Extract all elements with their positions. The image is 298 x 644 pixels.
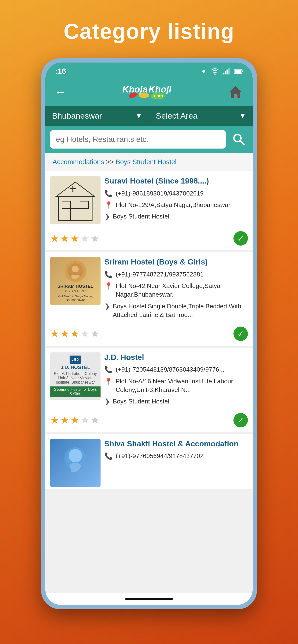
listing-card: SRIRAM HOSTEL BOYS & GIRLS Plot No- 42, … [45, 252, 253, 346]
status-bar: :16 [45, 62, 253, 79]
card-info: Shiva Shakti Hostel & Accomodation 📞 (+9… [104, 439, 248, 487]
phone-icon: 📞 [104, 366, 113, 374]
svg-rect-2 [223, 72, 224, 74]
star-5: ★ [90, 233, 100, 244]
logo-dot-yellow [139, 93, 149, 98]
logo-dot-red [128, 91, 138, 99]
phone-number: (+91)-9777487271/9937562881 [116, 270, 204, 279]
shiva-icon [54, 444, 97, 482]
svg-rect-8 [235, 70, 241, 73]
phone-number: (+91)-9776056944/9178437702 [116, 452, 204, 460]
address-text: Plot No-129/A,Satya Nagar,Bhubaneswar. [116, 200, 232, 209]
page-title: Category listing [64, 19, 234, 44]
search-input-wrap [50, 130, 226, 148]
star-3: ★ [70, 233, 79, 244]
hostel-illustration [51, 177, 99, 223]
listing-name[interactable]: Sriram Hostel (Boys & Girls) [104, 257, 248, 267]
phone-icon: 📞 [104, 270, 113, 278]
breadcrumb-parent[interactable]: Accommodations [53, 158, 104, 166]
city-label: Bhubaneswar [52, 111, 102, 120]
card-bottom: ★ ★ ★ ★ ★ ✓ [45, 229, 253, 250]
logo-dots: .com [129, 93, 165, 100]
star-1: ★ [50, 414, 59, 426]
city-selector[interactable]: Bhubaneswar ▼ [45, 106, 149, 126]
listing-container: Suravi Hostel (Since 1998....) 📞 (+91)-9… [45, 171, 253, 593]
city-dropdown-arrow: ▼ [135, 112, 142, 120]
listing-address: 📍 Plot No-A/16,Near Vidwan Institute,Lab… [104, 377, 248, 394]
listing-card: Suravi Hostel (Since 1998....) 📞 (+91)-9… [45, 171, 253, 250]
star-5: ★ [90, 328, 100, 340]
listing-card: JD J.D. HOSTEL Plot-A/16, Labour Colony … [45, 348, 253, 432]
phone-number: (+91)-7205448139/8763043409/9776... [116, 365, 224, 374]
signal-icon [223, 68, 230, 75]
card-image [50, 439, 100, 487]
home-button[interactable] [227, 84, 244, 100]
address-text: Plot No-A/16,Near Vidwan Institute,Labou… [116, 377, 248, 394]
category-text: Boys Student Hostel. [113, 397, 171, 406]
star-1: ★ [50, 233, 59, 244]
bottom-bar-area [45, 593, 253, 605]
nav-bar: ← Khoja Khoji .com [45, 79, 253, 106]
face-icon [67, 263, 84, 280]
breadcrumb: Accommodations >> Boys Student Hostel [45, 153, 253, 171]
search-bar [45, 126, 253, 153]
phone-screen: :16 [45, 62, 253, 605]
search-input[interactable] [50, 130, 226, 148]
breadcrumb-separator: >> [106, 158, 116, 166]
battery-icon [234, 68, 243, 75]
back-button[interactable]: ← [54, 84, 66, 99]
svg-rect-16 [62, 201, 71, 208]
category-icon: ❯ [104, 398, 110, 406]
svg-rect-5 [228, 68, 230, 74]
listing-category: ❯ Boys Student Hostel. [104, 397, 248, 406]
star-3: ★ [70, 328, 79, 340]
listing-address: 📍 Plot No-129/A,Satya Nagar,Bhubaneswar. [104, 200, 248, 209]
phone-icon: 📞 [104, 190, 113, 198]
svg-point-0 [202, 70, 205, 73]
area-dropdown-arrow: ▼ [239, 112, 246, 120]
listing-name[interactable]: Suravi Hostel (Since 1998....) [104, 176, 248, 186]
location-icon: 📍 [104, 201, 113, 209]
star-3: ★ [70, 414, 79, 426]
category-icon: ❯ [104, 302, 110, 310]
star-5: ★ [90, 414, 100, 426]
verified-badge: ✓ [233, 413, 248, 428]
listing-card: Shiva Shakti Hostel & Accomodation 📞 (+9… [45, 434, 253, 489]
rating-stars: ★ ★ ★ ★ ★ [50, 233, 100, 244]
listing-phone: 📞 (+91)-9861893019/9437002619 [104, 189, 248, 198]
listing-category: ❯ Boys Hostel.Single,Double,Triple Bedde… [104, 302, 248, 319]
card-image: JD J.D. HOSTEL Plot-A/16, Labour Colony … [50, 352, 100, 400]
location-bar: Bhubaneswar ▼ Select Area ▼ [45, 106, 253, 126]
svg-point-20 [72, 266, 79, 272]
breadcrumb-current[interactable]: Boys Student Hostel [116, 158, 177, 166]
location-icon: 📍 [104, 282, 113, 290]
listing-name[interactable]: J.D. Hostel [104, 352, 248, 362]
svg-line-11 [240, 141, 244, 144]
listing-phone: 📞 (+91)-7205448139/8763043409/9776... [104, 365, 248, 374]
phone-shell: :16 [41, 58, 257, 609]
search-button[interactable] [230, 130, 248, 148]
status-icons [200, 68, 243, 75]
listing-category: ❯ Boys Student Hostel. [104, 212, 248, 221]
phone-icon: 📞 [104, 452, 113, 460]
notification-icon [200, 68, 207, 75]
svg-rect-18 [71, 208, 80, 220]
star-4: ★ [80, 414, 89, 426]
wifi-icon [211, 68, 219, 75]
rating-stars: ★ ★ ★ ★ ★ [50, 414, 100, 426]
card-info: J.D. Hostel 📞 (+91)-7205448139/876304340… [104, 352, 248, 406]
svg-rect-3 [225, 71, 226, 74]
listing-phone: 📞 (+91)-9777487271/9937562881 [104, 270, 248, 279]
svg-rect-4 [226, 70, 228, 74]
logo-dot-green: .com [151, 93, 165, 100]
svg-rect-9 [234, 95, 238, 98]
star-2: ★ [60, 233, 69, 244]
category-icon: ❯ [104, 212, 110, 220]
star-2: ★ [60, 414, 69, 426]
svg-point-1 [214, 73, 216, 75]
area-selector[interactable]: Select Area ▼ [149, 106, 253, 126]
listing-name[interactable]: Shiva Shakti Hostel & Accomodation [104, 439, 248, 449]
star-4: ★ [80, 328, 89, 340]
svg-point-22 [69, 449, 82, 462]
home-indicator [125, 598, 173, 600]
